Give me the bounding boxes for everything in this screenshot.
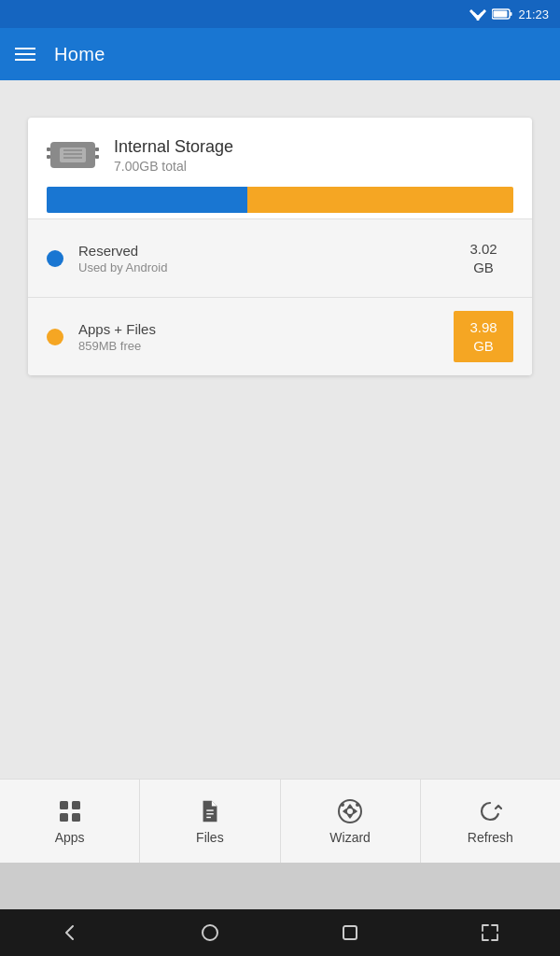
svg-rect-19 [72, 813, 80, 822]
wifi-icon [469, 7, 486, 21]
reserved-dot [47, 250, 63, 267]
nav-item-files[interactable]: Files [140, 780, 280, 863]
page-title: Home [54, 44, 105, 65]
apps-label: Apps + Files [78, 321, 454, 337]
storage-title: Internal Storage [114, 137, 233, 157]
nav-item-apps[interactable]: Apps [0, 780, 140, 863]
nav-item-wizard[interactable]: Wizard [281, 780, 421, 863]
svg-rect-8 [47, 148, 50, 151]
bottom-nav: Apps Files Wizard [0, 779, 560, 863]
svg-point-27 [203, 925, 217, 940]
storage-device-icon [47, 136, 99, 174]
status-icons: 21:23 [469, 7, 549, 21]
apps-nav-label: Apps [55, 830, 85, 845]
apps-files-row: Apps + Files 859MB free 3.98 GB [28, 297, 532, 375]
stats-section: Reserved Used by Android 3.02 GB Apps + … [28, 218, 532, 375]
storage-card: Internal Storage 7.00GB total Reserved U… [28, 118, 532, 375]
svg-point-25 [341, 803, 344, 807]
svg-point-26 [356, 803, 359, 807]
battery-icon [492, 8, 512, 20]
refresh-nav-icon [477, 798, 503, 824]
reserved-info: Reserved Used by Android [78, 243, 454, 274]
wizard-nav-icon [337, 798, 363, 824]
reserved-sublabel: Used by Android [78, 260, 454, 274]
storage-icon [47, 136, 99, 174]
progress-bar-used [47, 187, 247, 213]
storage-progress-bar [47, 187, 513, 213]
apps-info: Apps + Files 859MB free [78, 321, 454, 353]
progress-bar-apps [247, 187, 513, 213]
top-bar: Home [0, 28, 560, 80]
svg-rect-16 [60, 801, 68, 809]
bottom-strip [0, 863, 560, 909]
storage-header: Internal Storage 7.00GB total [28, 118, 532, 187]
svg-point-24 [347, 808, 353, 814]
files-nav-label: Files [196, 830, 224, 845]
svg-rect-6 [511, 12, 512, 16]
files-nav-icon [197, 798, 223, 824]
svg-rect-28 [343, 926, 357, 939]
svg-rect-17 [72, 801, 80, 809]
apps-dot [47, 329, 63, 345]
nav-item-refresh[interactable]: Refresh [421, 780, 560, 863]
refresh-nav-label: Refresh [468, 830, 513, 845]
svg-rect-9 [47, 155, 50, 159]
system-nav [0, 909, 560, 956]
apps-value: 3.98 GB [454, 311, 513, 362]
storage-info: Internal Storage 7.00GB total [114, 137, 233, 174]
reserved-label: Reserved [78, 243, 454, 259]
wizard-nav-label: Wizard [329, 830, 371, 845]
expand-button[interactable] [476, 919, 504, 947]
reserved-value: 3.02 GB [454, 232, 513, 284]
storage-subtitle: 7.00GB total [114, 159, 233, 174]
recent-button[interactable] [336, 919, 364, 947]
clock: 21:23 [518, 7, 549, 21]
svg-rect-10 [95, 148, 99, 151]
hamburger-button[interactable] [15, 48, 35, 61]
back-button[interactable] [56, 919, 84, 947]
reserved-row: Reserved Used by Android 3.02 GB [28, 218, 532, 297]
apps-sublabel: 859MB free [78, 339, 454, 353]
svg-rect-5 [494, 11, 508, 18]
svg-rect-18 [60, 813, 68, 822]
main-content: Internal Storage 7.00GB total Reserved U… [0, 80, 560, 779]
home-button[interactable] [196, 919, 224, 947]
status-bar: 21:23 [0, 0, 560, 28]
svg-rect-11 [95, 155, 99, 159]
apps-nav-icon [57, 798, 83, 824]
